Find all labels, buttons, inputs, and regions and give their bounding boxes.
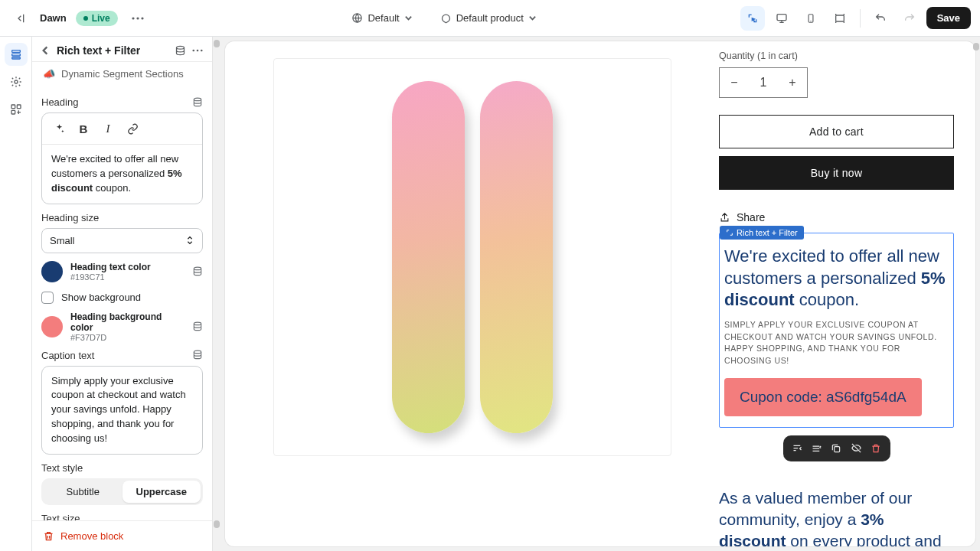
block-tag[interactable]: Rich text + Filter — [720, 226, 804, 240]
bg-color-row[interactable]: Heading background color #F37D7D — [41, 311, 203, 342]
redo-icon[interactable] — [897, 6, 922, 31]
svg-point-2 — [141, 17, 143, 19]
svg-rect-7 — [11, 51, 20, 53]
heading-size-select[interactable]: Small — [41, 228, 203, 253]
heading-size-label: Heading size — [41, 212, 99, 223]
theme-name: Dawn — [40, 12, 67, 24]
svg-rect-22 — [835, 446, 840, 452]
qty-value: 1 — [749, 76, 778, 90]
svg-rect-9 — [11, 57, 20, 59]
more-icon[interactable] — [127, 8, 149, 29]
snowboard-left — [392, 81, 465, 433]
dynamic-icon: 📣 — [43, 68, 55, 80]
link-icon[interactable] — [122, 118, 143, 139]
heading-label: Heading — [41, 96, 78, 108]
style-dropdown[interactable]: Default — [344, 8, 420, 28]
block-toolbar — [783, 435, 890, 461]
rich-caption: SIMPLY APPLY YOUR EXCLUSIVE COUPON AT CH… — [724, 319, 947, 367]
text-style-label: Text style — [41, 462, 83, 474]
inspector-icon[interactable] — [740, 6, 765, 31]
svg-rect-13 — [11, 110, 15, 114]
canvas-scrollbar[interactable] — [972, 41, 980, 546]
heading-content[interactable]: We're excited to offer all new customers… — [42, 145, 202, 204]
svg-point-16 — [197, 50, 199, 52]
sections-icon[interactable] — [5, 43, 28, 66]
svg-point-10 — [15, 80, 18, 83]
caption-label: Caption text — [41, 350, 94, 361]
panel-more-icon[interactable] — [192, 49, 203, 52]
product-image — [273, 58, 671, 456]
heading-editor[interactable]: B I We're excited to offer all new custo… — [41, 112, 203, 204]
rich-heading: We're excited to offer all new customers… — [724, 246, 947, 311]
duplicate-icon[interactable] — [828, 441, 844, 456]
text-style-segment[interactable]: Subtitle Uppercase — [41, 478, 203, 505]
undo-icon[interactable] — [868, 6, 893, 31]
dynamic-source-icon[interactable] — [192, 350, 203, 360]
ai-icon[interactable] — [48, 118, 70, 139]
svg-rect-12 — [17, 105, 21, 109]
svg-point-19 — [194, 267, 201, 270]
coupon-code: Cupon code: aS6dfg54dA — [724, 378, 922, 416]
theme-settings-icon[interactable] — [5, 70, 28, 93]
save-button[interactable]: Save — [926, 7, 971, 29]
dynamic-source-icon[interactable] — [192, 321, 203, 332]
back-icon[interactable] — [40, 45, 51, 56]
template-dropdown[interactable]: Default product — [433, 8, 544, 28]
dynamic-source-icon[interactable] — [192, 266, 203, 277]
svg-point-21 — [194, 350, 201, 354]
quantity-stepper[interactable]: − 1 + — [719, 67, 808, 98]
desktop-icon[interactable] — [769, 6, 794, 31]
heading-color-swatch[interactable] — [41, 261, 63, 282]
exit-icon[interactable] — [9, 8, 31, 29]
dynamic-source-icon[interactable] — [192, 97, 203, 108]
delete-icon[interactable] — [868, 441, 884, 456]
qty-plus[interactable]: + — [778, 76, 807, 90]
svg-rect-8 — [11, 54, 20, 56]
database-icon[interactable] — [175, 45, 186, 57]
left-rail — [0, 37, 32, 551]
snowboard-right — [480, 81, 553, 433]
svg-point-18 — [194, 98, 201, 101]
move-icon[interactable] — [809, 441, 825, 456]
side-panel: Rich text + Filter 📣 Dynamic Segment Sec… — [32, 37, 213, 551]
svg-point-17 — [201, 50, 203, 52]
text-style-uppercase[interactable]: Uppercase — [122, 481, 201, 503]
rich-text-block[interactable]: Rich text + Filter We're excited to offe… — [719, 233, 954, 428]
svg-rect-6 — [835, 15, 844, 21]
edit-icon[interactable] — [789, 441, 805, 456]
show-background-checkbox[interactable] — [41, 292, 54, 304]
panel-title: Rich text + Filter — [57, 44, 168, 57]
secondary-rich-text: As a valued member of our community, enj… — [719, 487, 954, 546]
svg-point-14 — [177, 46, 185, 49]
svg-point-20 — [194, 322, 201, 325]
svg-rect-4 — [777, 14, 786, 20]
caption-input[interactable]: Simply apply your exclusive coupon at ch… — [41, 366, 203, 455]
show-background-row[interactable]: Show background — [41, 292, 203, 304]
text-size-label: Text size — [41, 513, 80, 520]
svg-point-0 — [132, 17, 134, 19]
apps-icon[interactable] — [5, 98, 28, 121]
remove-block-button[interactable]: Remove block — [32, 520, 212, 551]
add-to-cart-button[interactable]: Add to cart — [719, 115, 954, 148]
svg-rect-11 — [11, 105, 15, 109]
svg-point-15 — [192, 50, 194, 52]
bg-color-swatch[interactable] — [41, 316, 63, 337]
svg-point-1 — [136, 17, 139, 19]
panel-subtitle-row[interactable]: 📣 Dynamic Segment Sections — [32, 62, 212, 86]
hide-icon[interactable] — [848, 441, 864, 456]
status-pill: Live — [76, 11, 118, 26]
topbar: Dawn Live Default Default product Save — [0, 0, 980, 37]
italic-icon[interactable]: I — [97, 118, 119, 139]
preview-page: Quantity (1 in cart) − 1 + Add to cart B… — [225, 41, 975, 546]
fullwidth-icon[interactable] — [828, 6, 852, 31]
bold-icon[interactable]: B — [73, 118, 94, 139]
buy-now-button[interactable]: Buy it now — [719, 156, 954, 190]
qty-minus[interactable]: − — [720, 76, 749, 90]
heading-color-row[interactable]: Heading text color #193C71 — [41, 261, 203, 282]
quantity-label: Quantity (1 in cart) — [719, 51, 954, 61]
mobile-icon[interactable] — [799, 6, 823, 31]
share-button[interactable]: Share — [719, 211, 954, 223]
text-style-subtitle[interactable]: Subtitle — [44, 481, 122, 503]
canvas: Quantity (1 in cart) − 1 + Add to cart B… — [213, 37, 980, 551]
